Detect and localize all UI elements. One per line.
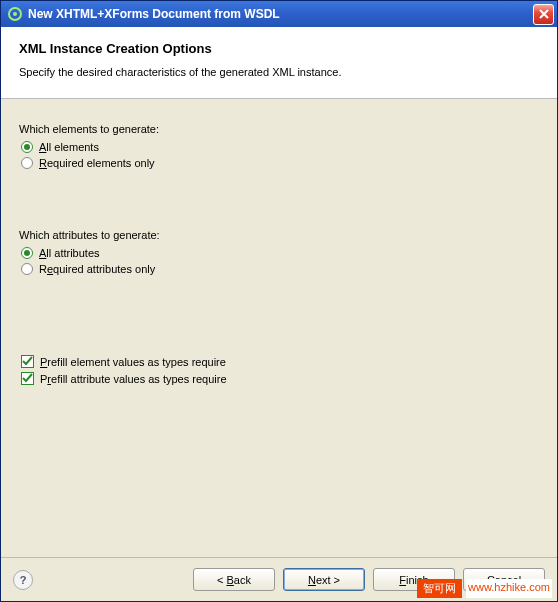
- attributes-group-label: Which attributes to generate:: [19, 229, 539, 241]
- radio-label: All attributes: [39, 247, 100, 259]
- checkbox-label: Prefill element values as types require: [40, 356, 226, 368]
- app-icon: [7, 6, 23, 22]
- checkbox-prefill-attributes[interactable]: Prefill attribute values as types requir…: [21, 372, 539, 385]
- watermark-right: www.hzhike.com: [466, 579, 552, 598]
- radio-icon: [21, 157, 33, 169]
- radio-required-attributes[interactable]: Required attributes only: [21, 263, 539, 275]
- checkbox-prefill-elements[interactable]: Prefill element values as types require: [21, 355, 539, 368]
- header-panel: XML Instance Creation Options Specify th…: [1, 27, 557, 99]
- radio-required-elements[interactable]: Required elements only: [21, 157, 539, 169]
- radio-icon: [21, 263, 33, 275]
- next-button[interactable]: Next >: [283, 568, 365, 591]
- radio-label: Required attributes only: [39, 263, 155, 275]
- watermark: 智可网 www.hzhike.com: [417, 579, 552, 598]
- checkbox-icon: [21, 372, 34, 385]
- checkbox-label: Prefill attribute values as types requir…: [40, 373, 227, 385]
- back-button[interactable]: < Back: [193, 568, 275, 591]
- radio-all-elements[interactable]: All elements: [21, 141, 539, 153]
- watermark-left: 智可网: [417, 579, 462, 598]
- radio-icon: [21, 141, 33, 153]
- radio-label: Required elements only: [39, 157, 155, 169]
- dialog-window: New XHTML+XForms Document from WSDL XML …: [0, 0, 558, 602]
- elements-group-label: Which elements to generate:: [19, 123, 539, 135]
- radio-label: All elements: [39, 141, 99, 153]
- checkbox-icon: [21, 355, 34, 368]
- content-area: Which elements to generate: All elements…: [1, 99, 557, 557]
- close-button[interactable]: [533, 4, 554, 25]
- page-title: XML Instance Creation Options: [19, 41, 539, 56]
- help-button[interactable]: ?: [13, 570, 33, 590]
- radio-all-attributes[interactable]: All attributes: [21, 247, 539, 259]
- page-description: Specify the desired characteristics of t…: [19, 66, 539, 78]
- titlebar-title: New XHTML+XForms Document from WSDL: [28, 7, 533, 21]
- titlebar: New XHTML+XForms Document from WSDL: [1, 1, 557, 27]
- svg-point-1: [13, 12, 17, 16]
- radio-icon: [21, 247, 33, 259]
